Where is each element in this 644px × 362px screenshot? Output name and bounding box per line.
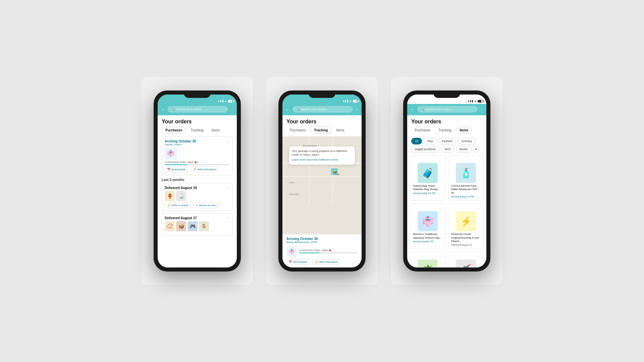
instructions-btn-1[interactable]: 📝 Add instructions — [191, 167, 219, 172]
search-icon-2: 🔍 — [296, 108, 300, 111]
arriving-order-card: Arriving October 30 Carrier: USPS ··· 👘 — [162, 136, 233, 175]
signal-8 — [470, 100, 471, 102]
delivered-title-aug17: Delivered August 17 — [165, 216, 197, 220]
return-icon: ↩ — [196, 204, 198, 207]
delivered-title-aug19: Delivered August 19 — [165, 186, 197, 190]
item-header-0: ··· — [413, 158, 442, 162]
tracking-red-dot — [329, 249, 331, 251]
tracking-progress-bar — [299, 252, 358, 253]
signal-2 — [220, 100, 221, 102]
content-3: Your orders Purchases Tracking Items All… — [407, 115, 486, 267]
item-img-1: 🧴 — [456, 163, 476, 183]
page-title-2: Your orders — [282, 115, 362, 127]
filter-toys[interactable]: Toys — [423, 138, 437, 144]
item-img-0: 🧳 — [418, 163, 438, 183]
tracking-img: 👘 — [286, 246, 297, 256]
battery-1 — [228, 100, 233, 103]
tabs-3: Purchases Tracking Items — [407, 127, 486, 136]
menu-dots-3[interactable]: ··· — [480, 107, 483, 112]
screen-3: ▲ ← 🔍 Search your orders ··· — [407, 95, 486, 267]
item-more-0[interactable]: ··· — [440, 158, 442, 162]
search-placeholder-1: Search your orders — [176, 108, 202, 111]
map-background: Tokyo Nasushiobara Nasukarasuyama Kofu S… — [282, 136, 362, 234]
orders-list-1: Arriving October 30 Carrier: USPS ··· 👘 — [158, 136, 237, 267]
filter-grocery[interactable]: Grocery — [458, 138, 476, 144]
arriving-title: Arriving October 30 — [165, 139, 196, 143]
item-more-3[interactable]: ··· — [478, 206, 481, 210]
item-header-5: ··· — [451, 255, 481, 258]
tab-purchases-3[interactable]: Purchases — [411, 127, 434, 134]
order-more-1[interactable]: ··· — [227, 139, 230, 143]
signal-7 — [468, 101, 469, 102]
menu-dots-2[interactable]: ··· — [355, 107, 358, 112]
delivered-more-aug19[interactable]: ··· — [227, 186, 230, 190]
filter-all[interactable]: All — [411, 138, 422, 144]
item-card-3[interactable]: ··· ⚡ Pokemon Center Original Running 8 … — [448, 203, 484, 249]
tracking-carrier: Being delivered by: USPS — [286, 241, 318, 244]
status-icons-1: ▲ — [218, 100, 233, 103]
signal-4 — [343, 101, 344, 102]
item-more-2[interactable]: ··· — [440, 206, 442, 210]
tab-items-1[interactable]: Items — [208, 127, 223, 134]
return-item-btn[interactable]: ↩ Return an item — [194, 202, 219, 208]
content-2: Your orders Purchases Tracking Items — [282, 115, 362, 267]
instructions-icon-2: 📝 — [315, 260, 318, 263]
back-button-2[interactable]: ← — [286, 107, 290, 112]
svg-text:Kofu: Kofu — [289, 181, 294, 184]
item-card-0[interactable]: ··· 🧳 Toiletry Bag Travel Toiletries Bag… — [410, 155, 445, 201]
back-button-1[interactable]: ← — [161, 107, 166, 112]
back-button-3[interactable]: ← — [411, 107, 415, 112]
tracking-carrier-name: USPS — [310, 241, 317, 244]
filter-tech[interactable]: Tech — [441, 146, 454, 153]
item-img-2: 👘 — [418, 211, 438, 231]
filter-books[interactable]: Books — [456, 146, 472, 153]
section-label-1: Last 3 months — [162, 178, 233, 182]
item-card-5[interactable]: ··· 🥤 S'well Vacuum Insulated Stainless … — [448, 252, 484, 267]
tab-purchases-1[interactable]: Purchases — [162, 127, 186, 134]
item-more-4[interactable]: ··· — [440, 255, 442, 258]
reschedule-btn-1[interactable]: 📅 Reschedule — [165, 167, 188, 172]
tracking-carrier-label: Being delivered by: — [286, 241, 309, 244]
phone-1: ▲ ← 🔍 Search your orders ··· — [154, 90, 241, 272]
filter-digital[interactable]: Digital products — [411, 146, 439, 153]
item-card-1[interactable]: ··· 🧴 COOLA Mineral Face Matte Moisturiz… — [448, 155, 484, 201]
filter-fashion[interactable]: Fashion — [438, 138, 457, 144]
filter-more[interactable]: ▾ — [473, 146, 479, 153]
search-placeholder-3: Search your orders — [426, 108, 451, 111]
item-card-4[interactable]: ··· 🪴 Succulent Plants (2 Pack), Fully R… — [410, 252, 445, 267]
reschedule-btn-2[interactable]: 📅 Reschedule — [286, 259, 310, 265]
tab-purchases-2[interactable]: Purchases — [286, 127, 309, 134]
item-header-4: ··· — [413, 255, 442, 258]
notch-1 — [184, 90, 211, 98]
tab-tracking-2[interactable]: Tracking — [310, 127, 331, 134]
img-aug17-1: 📿 — [165, 221, 175, 231]
tab-tracking-1[interactable]: Tracking — [187, 127, 207, 134]
carrier-label: Carrier: USPS — [165, 143, 196, 146]
item-card-2[interactable]: ··· 👘 Women's Traditional Japanese Kimon… — [410, 203, 445, 249]
tab-items-2[interactable]: Items — [333, 127, 347, 134]
wifi-icon-3: ▲ — [474, 100, 477, 103]
return-label: Return an item — [199, 204, 217, 207]
search-bar-1[interactable]: 🔍 Search your orders — [168, 106, 228, 113]
delivered-card-aug19: Delivered August 19 ··· 🏺 🍶 📝 Write — [162, 183, 233, 211]
item-more-5[interactable]: ··· — [478, 255, 481, 258]
page-title-1: Your orders — [158, 115, 237, 127]
delivered-more-aug17[interactable]: ··· — [227, 216, 230, 220]
instructions-btn-2[interactable]: 📝 Add instructions — [312, 259, 340, 265]
search-bar-2[interactable]: 🔍 Search your orders — [292, 106, 353, 113]
signal-3 — [222, 100, 223, 103]
search-bar-3[interactable]: 🔍 Search your orders — [417, 106, 478, 113]
tooltip-link-text[interactable]: Learn more about this fulfillment center — [292, 158, 338, 161]
svg-text:Shizuoka: Shizuoka — [289, 193, 299, 195]
progress-bar-1 — [165, 164, 230, 165]
tracking-actions: 📅 Reschedule 📝 Add instructions — [286, 259, 358, 265]
tooltip-link[interactable]: Learn more about this fulfillment center — [292, 158, 352, 162]
tab-tracking-3[interactable]: Tracking — [435, 127, 454, 134]
write-review-btn[interactable]: 📝 Write a review — [165, 202, 191, 208]
tracking-more[interactable]: ··· — [355, 237, 358, 241]
img-aug19-2: 🍶 — [176, 191, 186, 201]
page-title-3: Your orders — [407, 115, 486, 127]
item-more-1[interactable]: ··· — [478, 158, 481, 162]
menu-dots-1[interactable]: ··· — [230, 107, 233, 112]
tab-items-3[interactable]: Items — [456, 127, 472, 134]
